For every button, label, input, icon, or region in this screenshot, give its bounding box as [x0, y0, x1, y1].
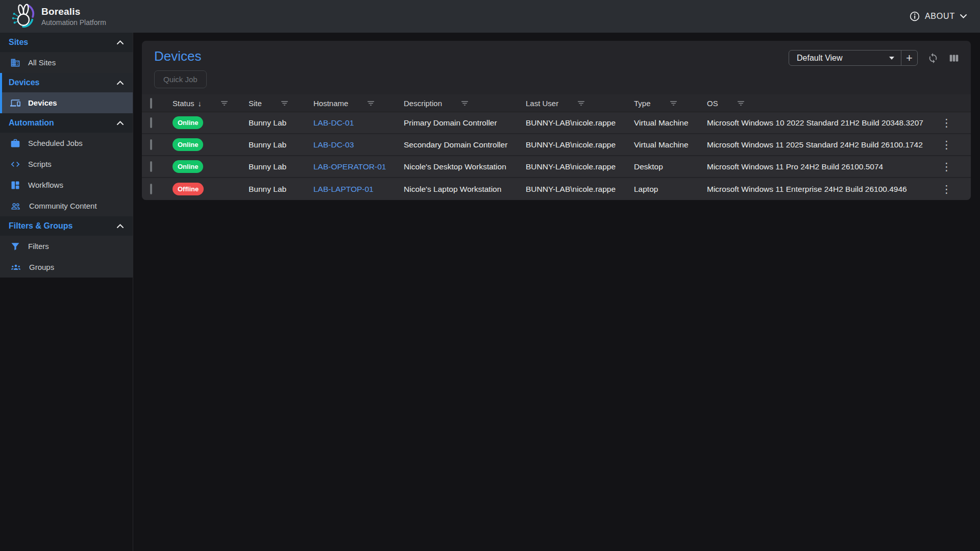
filter-list-icon[interactable] — [220, 99, 229, 108]
status-badge: Online — [173, 116, 203, 129]
caret-down-icon — [889, 57, 894, 60]
status-badge: Offline — [173, 183, 204, 195]
column-label: Site — [249, 99, 262, 108]
column-label: Hostname — [313, 99, 348, 108]
view-controls: Default View + — [789, 50, 960, 66]
panel-header: Devices Quick Job Default View + — [142, 41, 971, 94]
last-user-cell: BUNNY-LAB\nicole.rappe — [526, 185, 634, 194]
brand-text: Borealis Automation Platform — [41, 6, 106, 27]
hostname-link[interactable]: LAB-DC-03 — [313, 140, 354, 149]
sidebar-item-scheduled-jobs[interactable]: Scheduled Jobs — [0, 133, 133, 154]
sidebar-section-devices[interactable]: Devices — [0, 73, 133, 92]
column-header-hostname[interactable]: Hostname — [313, 99, 404, 108]
view-select-group: Default View + — [789, 50, 918, 66]
info-icon — [910, 11, 920, 21]
last-user-cell: BUNNY-LAB\nicole.rappe — [526, 140, 634, 149]
row-menu-button[interactable]: ⋮ — [941, 139, 952, 151]
row-menu-button[interactable]: ⋮ — [941, 183, 952, 195]
sort-desc-icon: ↓ — [198, 99, 202, 108]
filter-list-icon[interactable] — [737, 99, 745, 108]
table-row: Online Bunny Lab LAB-OPERATOR-01 Nicole'… — [142, 156, 971, 178]
last-user-cell: BUNNY-LAB\nicole.rappe — [526, 162, 634, 171]
description-cell: Nicole's Laptop Workstation — [404, 185, 526, 194]
sidebar-item-label: Devices — [28, 98, 57, 107]
devices-panel: Devices Quick Job Default View + — [142, 41, 971, 200]
type-cell: Virtual Machine — [634, 140, 707, 149]
status-badge: Online — [173, 138, 203, 151]
sidebar-item-workflows[interactable]: Workflows — [0, 174, 133, 195]
chevron-up-icon — [117, 121, 124, 125]
chevron-up-icon — [117, 81, 124, 85]
row-menu-button[interactable]: ⋮ — [941, 161, 952, 173]
filter-list-icon[interactable] — [366, 99, 375, 108]
column-header-type[interactable]: Type — [634, 99, 707, 108]
section-label: Automation — [9, 118, 54, 128]
table-row: Online Bunny Lab LAB-DC-01 Primary Domai… — [142, 112, 971, 134]
people-icon — [10, 201, 21, 211]
section-label: Filters & Groups — [9, 221, 72, 231]
os-cell: Microsoft Windows 11 Pro 24H2 Build 2610… — [707, 162, 941, 171]
topbar: Borealis Automation Platform ABOUT — [0, 0, 980, 33]
section-label: Devices — [9, 78, 40, 87]
row-checkbox[interactable] — [150, 161, 152, 172]
sidebar-item-groups[interactable]: Groups — [0, 257, 133, 278]
groups-icon — [10, 262, 21, 272]
filter-list-icon[interactable] — [460, 99, 469, 108]
brand-subtitle: Automation Platform — [41, 18, 106, 27]
borealis-bunny-logo — [11, 4, 35, 29]
row-checkbox[interactable] — [150, 184, 152, 194]
hostname-link[interactable]: LAB-LAPTOP-01 — [313, 185, 374, 193]
quick-job-button[interactable]: Quick Job — [154, 70, 207, 88]
table-header-row: Status ↓ Site Hostname — [142, 94, 971, 112]
about-button[interactable]: ABOUT — [910, 11, 967, 21]
sidebar-section-sites[interactable]: Sites — [0, 33, 133, 52]
refresh-button[interactable] — [927, 53, 939, 64]
sidebar-section-filters-groups[interactable]: Filters & Groups — [0, 216, 133, 236]
description-cell: Secondary Domain Controller — [404, 140, 526, 149]
sidebar-item-label: Scripts — [28, 160, 52, 168]
select-all-checkbox[interactable] — [150, 98, 152, 109]
column-label: Description — [404, 99, 442, 108]
hostname-link[interactable]: LAB-DC-01 — [313, 118, 354, 127]
column-header-description[interactable]: Description — [404, 99, 526, 108]
description-cell: Nicole's Desktop Workstation — [404, 162, 526, 171]
dashboard-icon — [10, 180, 20, 190]
sidebar-item-devices[interactable]: Devices — [0, 92, 133, 113]
column-label: Status — [173, 99, 194, 108]
column-header-status[interactable]: Status ↓ — [173, 99, 249, 108]
status-badge: Online — [173, 160, 203, 173]
row-checkbox[interactable] — [150, 139, 152, 150]
code-icon — [10, 159, 20, 169]
filter-list-icon[interactable] — [577, 99, 585, 108]
chevron-up-icon — [117, 224, 124, 228]
building-icon — [10, 58, 20, 68]
chevron-up-icon — [117, 40, 124, 44]
columns-button[interactable] — [948, 53, 960, 64]
type-cell: Virtual Machine — [634, 118, 707, 128]
sidebar-item-scripts[interactable]: Scripts — [0, 154, 133, 174]
column-header-site[interactable]: Site — [249, 99, 313, 108]
brand: Borealis Automation Platform — [11, 4, 106, 29]
devices-icon — [10, 98, 20, 108]
site-cell: Bunny Lab — [249, 140, 313, 149]
refresh-icon — [927, 53, 939, 64]
filter-list-icon[interactable] — [669, 99, 678, 108]
sidebar-item-filters[interactable]: Filters — [0, 236, 133, 257]
view-select[interactable]: Default View — [789, 51, 901, 65]
sidebar-item-all-sites[interactable]: All Sites — [0, 52, 133, 73]
os-cell: Microsoft Windows 11 2025 Standard 24H2 … — [707, 140, 941, 149]
os-cell: Microsoft Windows 10 2022 Standard 21H2 … — [707, 118, 941, 128]
os-cell: Microsoft Windows 11 Enterprise 24H2 Bui… — [707, 185, 941, 194]
row-checkbox[interactable] — [150, 117, 152, 128]
filter-list-icon[interactable] — [280, 99, 289, 108]
devices-table: Status ↓ Site Hostname — [142, 94, 971, 200]
add-view-button[interactable]: + — [901, 51, 917, 65]
column-header-last-user[interactable]: Last User — [526, 99, 634, 108]
column-header-os[interactable]: OS — [707, 99, 941, 108]
row-menu-button[interactable]: ⋮ — [941, 117, 952, 129]
sidebar-item-community-content[interactable]: Community Content — [0, 195, 133, 216]
sidebar-item-label: Groups — [29, 263, 54, 271]
hostname-link[interactable]: LAB-OPERATOR-01 — [313, 162, 386, 171]
sidebar-section-automation[interactable]: Automation — [0, 113, 133, 133]
briefcase-icon — [10, 138, 20, 148]
